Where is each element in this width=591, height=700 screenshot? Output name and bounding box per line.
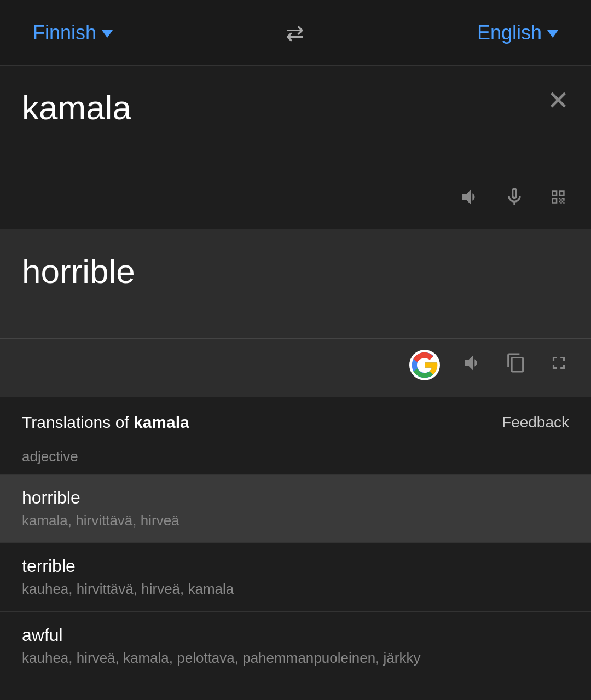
target-language-selector[interactable]: English [477, 21, 558, 44]
target-language-chevron [547, 30, 558, 38]
translated-text: horrible [22, 251, 569, 292]
translations-header: Translations of kamala Feedback [0, 397, 591, 443]
expand-icon[interactable] [548, 352, 569, 378]
translation-row-word: horrible [22, 488, 569, 508]
translations-title-word: kamala [134, 413, 189, 431]
microphone-icon[interactable] [503, 186, 525, 213]
translation-row-word: awful [22, 625, 569, 645]
translation-row-alts: kauhea, hirvittävä, hirveä, kamala [22, 581, 569, 598]
google-logo [409, 350, 440, 380]
feedback-button[interactable]: Feedback [502, 414, 569, 431]
swap-languages-button[interactable]: ⇄ [286, 20, 304, 45]
translation-row-alts: kauhea, hirveä, kamala, pelottava, pahem… [22, 650, 569, 667]
input-actions [0, 175, 591, 229]
input-area: kamala ✕ [0, 66, 591, 175]
source-text[interactable]: kamala [22, 88, 569, 128]
translations-title: Translations of kamala [22, 413, 189, 432]
translation-row-alts: kamala, hirvittävä, hirveä [22, 512, 569, 529]
listen-translation-icon[interactable] [462, 352, 484, 379]
translation-area: horrible [0, 229, 591, 339]
source-language-chevron [102, 30, 113, 38]
target-language-label: English [477, 21, 542, 44]
copy-icon[interactable] [506, 352, 526, 378]
translation-rows-container: horriblekamala, hirvittävä, hirveäterrib… [0, 474, 591, 680]
source-language-label: Finnish [33, 21, 96, 44]
listen-source-icon[interactable] [460, 186, 482, 213]
translations-title-prefix: Translations of [22, 413, 134, 431]
camera-scan-icon[interactable] [547, 186, 569, 213]
translation-row[interactable]: terriblekauhea, hirvittävä, hirveä, kama… [0, 542, 591, 611]
translation-row[interactable]: awfulkauhea, hirveä, kamala, pelottava, … [0, 611, 591, 680]
source-language-selector[interactable]: Finnish [33, 21, 113, 44]
translations-section: Translations of kamala Feedback adjectiv… [0, 397, 591, 680]
translation-row[interactable]: horriblekamala, hirvittävä, hirveä [0, 474, 591, 542]
part-of-speech-label: adjective [0, 443, 591, 474]
translation-actions [0, 339, 591, 397]
language-bar: Finnish ⇄ English [0, 0, 591, 66]
translation-row-word: terrible [22, 556, 569, 576]
clear-button[interactable]: ✕ [547, 88, 569, 114]
